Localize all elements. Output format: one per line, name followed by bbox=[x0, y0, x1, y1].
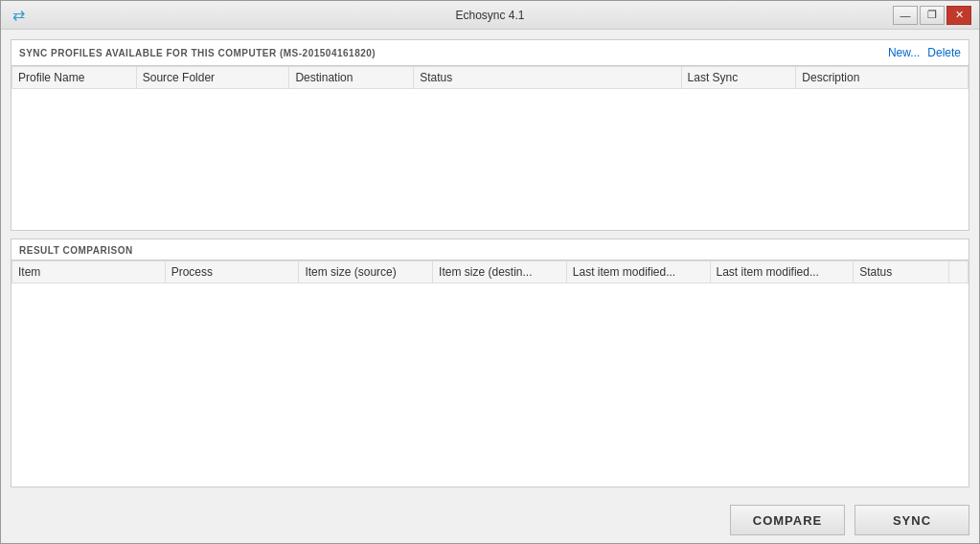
new-profile-button[interactable]: New... bbox=[888, 46, 920, 59]
window-controls: — ❐ ✕ bbox=[893, 6, 971, 25]
col-last-modified-src: Last item modified... bbox=[566, 261, 710, 283]
col-item-size-source: Item size (source) bbox=[299, 261, 433, 283]
profiles-header: SYNC PROFILES AVAILABLE FOR THIS COMPUTE… bbox=[11, 40, 969, 65]
col-item-size-dest: Item size (destin... bbox=[433, 261, 567, 283]
results-header-row: Item Process Item size (source) Item siz… bbox=[12, 261, 969, 283]
col-process: Process bbox=[165, 261, 299, 283]
sync-button[interactable]: SYNC bbox=[855, 505, 969, 535]
results-table-container: Item Process Item size (source) Item siz… bbox=[11, 260, 969, 487]
col-result-status: Status bbox=[854, 261, 949, 283]
results-section-label: RESULT COMPARISON bbox=[11, 239, 969, 260]
profiles-section-label: SYNC PROFILES AVAILABLE FOR THIS COMPUTE… bbox=[19, 48, 376, 58]
app-icon: ⇄ bbox=[9, 6, 28, 25]
minimize-button[interactable]: — bbox=[893, 6, 918, 25]
profiles-table-container: Profile Name Source Folder Destination S… bbox=[11, 65, 969, 230]
col-status: Status bbox=[414, 67, 681, 89]
bottom-bar: COMPARE SYNC bbox=[1, 497, 979, 543]
window-title: Echosync 4.1 bbox=[455, 9, 524, 22]
main-window: ⇄ Echosync 4.1 — ❐ ✕ SYNC PROFILES AVAIL… bbox=[0, 0, 980, 544]
title-bar-left: ⇄ bbox=[9, 6, 28, 25]
profiles-toolbar: New... Delete bbox=[888, 46, 961, 59]
profiles-header-row: Profile Name Source Folder Destination S… bbox=[12, 67, 969, 89]
col-destination: Destination bbox=[289, 67, 414, 89]
results-table: Item Process Item size (source) Item siz… bbox=[11, 261, 969, 283]
close-button[interactable]: ✕ bbox=[946, 6, 971, 25]
results-table-header: Item Process Item size (source) Item siz… bbox=[12, 261, 969, 283]
col-extra bbox=[949, 261, 969, 283]
col-last-modified-dst: Last item modified... bbox=[710, 261, 854, 283]
col-item: Item bbox=[12, 261, 166, 283]
restore-button[interactable]: ❐ bbox=[920, 6, 945, 25]
profiles-table-header: Profile Name Source Folder Destination S… bbox=[12, 67, 969, 89]
col-description: Description bbox=[796, 67, 969, 89]
content-area: SYNC PROFILES AVAILABLE FOR THIS COMPUTE… bbox=[1, 30, 979, 497]
results-section: RESULT COMPARISON Item Process Item size… bbox=[11, 238, 969, 487]
delete-profile-button[interactable]: Delete bbox=[927, 46, 961, 59]
col-profile-name: Profile Name bbox=[12, 67, 137, 89]
col-last-sync: Last Sync bbox=[681, 67, 796, 89]
profiles-section: SYNC PROFILES AVAILABLE FOR THIS COMPUTE… bbox=[11, 39, 969, 231]
compare-button[interactable]: COMPARE bbox=[730, 505, 845, 535]
profiles-table: Profile Name Source Folder Destination S… bbox=[11, 66, 969, 89]
title-bar: ⇄ Echosync 4.1 — ❐ ✕ bbox=[1, 1, 979, 30]
col-source-folder: Source Folder bbox=[136, 67, 289, 89]
